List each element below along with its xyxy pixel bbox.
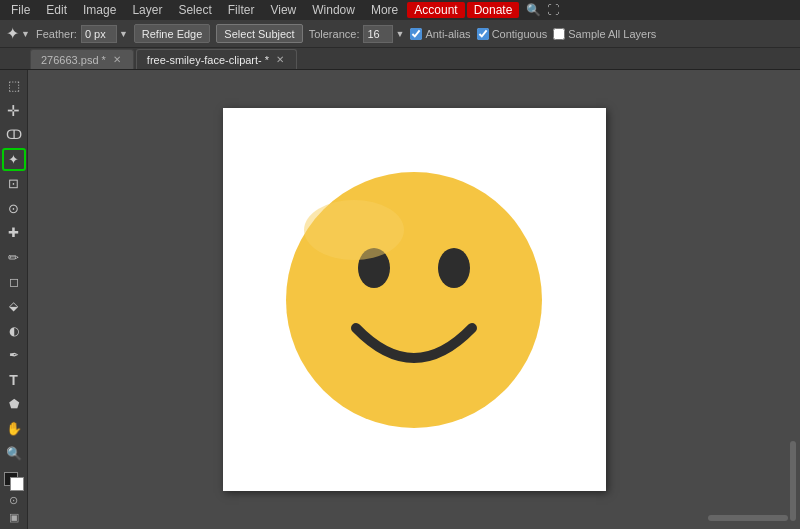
hand-tool[interactable]: ✋ — [2, 417, 26, 441]
anti-alias-checkbox[interactable] — [410, 28, 422, 40]
menu-account[interactable]: Account — [407, 2, 464, 18]
menu-view[interactable]: View — [263, 2, 303, 18]
zoom-icon: 🔍 — [6, 447, 22, 460]
menu-search-area: 🔍 ⛶ — [525, 2, 561, 18]
color-swatches[interactable] — [2, 470, 26, 492]
magic-wand-tool[interactable]: ✦ — [2, 148, 26, 172]
menu-window[interactable]: Window — [305, 2, 362, 18]
expand-icon[interactable]: ⛶ — [545, 2, 561, 18]
pen-tool[interactable]: ✒ — [2, 344, 26, 368]
paint-bucket-icon: ⬙ — [9, 300, 18, 312]
options-toolbar: ✦ ▼ Feather: ▼ Refine Edge Select Subjec… — [0, 20, 800, 48]
brush-icon: ✏ — [8, 251, 19, 264]
smiley-face-graphic — [274, 160, 554, 440]
refine-edge-button[interactable]: Refine Edge — [134, 24, 211, 43]
svg-point-2 — [438, 248, 470, 288]
select-subject-button[interactable]: Select Subject — [216, 24, 302, 43]
healing-icon: ✚ — [8, 226, 19, 239]
eyedropper-icon: ⊙ — [8, 202, 19, 215]
magic-wand-icon: ✦ — [8, 153, 19, 166]
tab-smiley[interactable]: free-smiley-face-clipart- * ✕ — [136, 49, 297, 69]
lasso-icon: ↀ — [6, 128, 22, 141]
anti-alias-label: Anti-alias — [425, 28, 470, 40]
quick-mask-mode[interactable]: ⊙ — [3, 493, 25, 509]
main-area: ⬚ ✛ ↀ ✦ ⊡ ⊙ ✚ ✏ ◻ ⬙ ◐ ✒ — [0, 70, 800, 529]
crop-tool[interactable]: ⊡ — [2, 172, 26, 196]
svg-point-3 — [304, 200, 404, 260]
text-tool[interactable]: T — [2, 368, 26, 392]
crop-icon: ⊡ — [8, 177, 19, 190]
tolerance-arrow[interactable]: ▼ — [395, 29, 404, 39]
dodge-icon: ◐ — [9, 325, 19, 337]
vertical-scrollbar[interactable] — [790, 441, 796, 521]
lasso-tool[interactable]: ↀ — [2, 123, 26, 147]
menu-edit[interactable]: Edit — [39, 2, 74, 18]
tool-preset-icon: ✦ — [6, 26, 19, 42]
menu-file[interactable]: File — [4, 2, 37, 18]
tolerance-group: Tolerance: ▼ — [309, 25, 405, 43]
tolerance-label: Tolerance: — [309, 28, 360, 40]
menu-layer[interactable]: Layer — [125, 2, 169, 18]
tab-psd[interactable]: 276663.psd * ✕ — [30, 49, 134, 69]
menu-image[interactable]: Image — [76, 2, 123, 18]
sample-all-layers-label: Sample All Layers — [568, 28, 656, 40]
feather-input[interactable] — [81, 25, 117, 43]
menubar: File Edit Image Layer Select Filter View… — [0, 0, 800, 20]
eyedropper-tool[interactable]: ⊙ — [2, 197, 26, 221]
contiguous-group: Contiguous — [477, 28, 548, 40]
contiguous-label: Contiguous — [492, 28, 548, 40]
anti-alias-group: Anti-alias — [410, 28, 470, 40]
tolerance-input[interactable] — [363, 25, 393, 43]
tab-smiley-label: free-smiley-face-clipart- * — [147, 54, 269, 66]
tab-psd-close[interactable]: ✕ — [111, 54, 123, 66]
hand-icon: ✋ — [6, 422, 22, 435]
marquee-icon: ⬚ — [8, 79, 20, 92]
zoom-tool[interactable]: 🔍 — [2, 442, 26, 466]
canvas-area — [28, 70, 800, 529]
contiguous-checkbox[interactable] — [477, 28, 489, 40]
paint-bucket-tool[interactable]: ⬙ — [2, 295, 26, 319]
marquee-tool[interactable]: ⬚ — [2, 74, 26, 98]
tab-psd-label: 276663.psd * — [41, 54, 106, 66]
left-toolbar: ⬚ ✛ ↀ ✦ ⊡ ⊙ ✚ ✏ ◻ ⬙ ◐ ✒ — [0, 70, 28, 529]
screen-mode[interactable]: ▣ — [3, 509, 25, 525]
healing-brush-tool[interactable]: ✚ — [2, 221, 26, 245]
tab-smiley-close[interactable]: ✕ — [274, 54, 286, 66]
eraser-tool[interactable]: ◻ — [2, 270, 26, 294]
canvas — [223, 108, 606, 491]
search-icon[interactable]: 🔍 — [525, 2, 541, 18]
move-tool[interactable]: ✛ — [2, 99, 26, 123]
pen-icon: ✒ — [9, 349, 19, 361]
brush-tool[interactable]: ✏ — [2, 246, 26, 270]
menu-select[interactable]: Select — [171, 2, 218, 18]
shape-tool[interactable]: ⬟ — [2, 393, 26, 417]
menu-more[interactable]: More — [364, 2, 405, 18]
tool-preset-arrow[interactable]: ▼ — [21, 29, 30, 39]
move-icon: ✛ — [7, 103, 20, 118]
tool-presets: ✦ ▼ — [6, 26, 30, 42]
feather-label: Feather: — [36, 28, 77, 40]
eraser-icon: ◻ — [9, 276, 19, 288]
shape-icon: ⬟ — [9, 398, 19, 410]
tab-bar: 276663.psd * ✕ free-smiley-face-clipart-… — [0, 48, 800, 70]
dodge-tool[interactable]: ◐ — [2, 319, 26, 343]
text-icon: T — [9, 373, 18, 387]
horizontal-scrollbar[interactable] — [708, 515, 788, 521]
sample-all-layers-checkbox[interactable] — [553, 28, 565, 40]
feather-arrow[interactable]: ▼ — [119, 29, 128, 39]
background-color-swatch[interactable] — [10, 477, 24, 491]
menu-filter[interactable]: Filter — [221, 2, 262, 18]
menu-donate[interactable]: Donate — [467, 2, 520, 18]
feather-group: Feather: ▼ — [36, 25, 128, 43]
sample-all-layers-group: Sample All Layers — [553, 28, 656, 40]
